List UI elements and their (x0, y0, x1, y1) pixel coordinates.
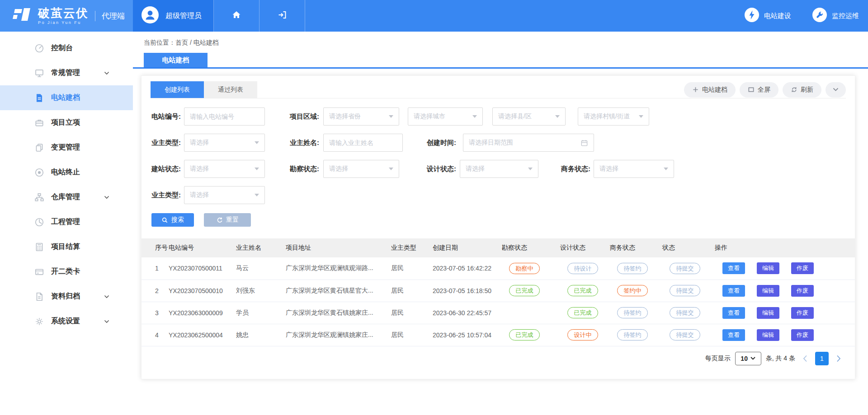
page-tab-station-archive[interactable]: 电站建档 (144, 53, 208, 67)
sidebar-item-type2-card[interactable]: 开二类卡 (0, 259, 133, 284)
owner-type-label: 业主类型: (151, 134, 181, 152)
page-number-current[interactable]: 1 (815, 352, 829, 365)
search-icon (161, 217, 168, 224)
tab-passed-list[interactable]: 通过列表 (204, 81, 257, 98)
prev-page-button[interactable] (800, 352, 811, 365)
card-icon (34, 267, 44, 277)
logo-area: 破茧云伏 Po Jian Yun Fu 代理端 (0, 0, 133, 32)
project-address: 广东深圳龙华区观澜镇姚家庄... (286, 324, 391, 346)
app-header: 破茧云伏 Po Jian Yun Fu 代理端 超级管理员 (0, 0, 868, 32)
owner-type-select[interactable]: 请选择 (184, 134, 265, 152)
user-menu[interactable]: 超级管理员 (133, 0, 214, 32)
caret-down-icon (255, 194, 259, 196)
nav-station-build[interactable]: 电站建设 (744, 7, 791, 24)
view-button[interactable]: 查看 (722, 307, 745, 319)
county-select[interactable]: 请选择县/区 (492, 107, 566, 126)
owner-type2-label: 业主类型: (151, 186, 181, 204)
province-select[interactable]: 请选择省份 (323, 107, 399, 126)
sidebar-item-data-archive[interactable]: 资料归档 (0, 284, 133, 309)
sidebar-item-station-terminate[interactable]: 电站终止 (0, 160, 133, 185)
reset-button[interactable]: 重置 (204, 213, 251, 227)
caret-down-icon (639, 115, 643, 118)
calendar-icon (580, 139, 588, 147)
app-subtitle: Po Jian Yun Fu (38, 20, 89, 25)
business-status-select[interactable]: 请选择 (594, 160, 674, 178)
edit-button[interactable]: 编辑 (757, 307, 779, 319)
void-button[interactable]: 作废 (791, 262, 814, 274)
view-button[interactable]: 查看 (722, 262, 745, 274)
logout-button[interactable] (259, 0, 305, 32)
chevron-down-icon (104, 196, 109, 199)
home-button[interactable] (214, 0, 259, 32)
filter-row-2: 业主类型: 请选择 业主姓名: 创建时间: 请选择日期范围 (142, 134, 846, 152)
lightning-icon (744, 7, 760, 24)
station-code-input[interactable] (184, 107, 265, 126)
project-address: 广东深圳龙华区黄石镇星官大... (286, 280, 391, 302)
view-button[interactable]: 查看 (722, 285, 745, 297)
owner-type: 居民 (391, 280, 433, 302)
sidebar-item-system-settings[interactable]: 系统设置 (0, 309, 133, 334)
collapse-toolbar-button[interactable] (826, 82, 846, 98)
document-icon (34, 93, 44, 103)
table-row: 2 YX2023070500010 刘强东 广东深圳龙华区黄石镇星官大... 居… (142, 280, 855, 302)
refresh-button[interactable]: 刷新 (783, 82, 821, 98)
sidebar-item-warehouse-mgmt[interactable]: 仓库管理 (0, 185, 133, 210)
business-status-badge: 待签约 (617, 263, 648, 274)
caret-down-icon (255, 141, 259, 144)
design-status-select[interactable]: 请选择 (460, 160, 538, 178)
survey-status-badge: 勘察中 (509, 263, 540, 274)
city-select[interactable]: 请选择城市 (408, 107, 483, 126)
owner-type2-select[interactable]: 请选择 (184, 186, 265, 204)
view-button[interactable]: 查看 (722, 329, 745, 341)
nav-monitor-ops[interactable]: 监控运维 (812, 7, 859, 24)
caret-down-icon (389, 168, 393, 170)
sidebar-item-general-mgmt[interactable]: 常规管理 (0, 61, 133, 85)
search-button[interactable]: 搜索 (151, 213, 194, 227)
date-range-picker[interactable]: 请选择日期范围 (463, 134, 594, 152)
sidebar-item-station-archive[interactable]: 电站建档 (0, 85, 133, 110)
pagination: 每页显示 10 条, 共 4 条 1 (142, 352, 844, 365)
chevron-down-icon (104, 71, 109, 75)
station-code: YX2023070500010 (169, 280, 236, 302)
owner-name-input[interactable] (323, 134, 403, 152)
survey-status-label: 勘察状态: (290, 160, 319, 178)
home-icon (231, 9, 242, 22)
design-status-badge: 已完成 (567, 307, 598, 318)
target-icon (34, 168, 44, 177)
col-address: 项目地址 (286, 238, 391, 257)
next-page-button[interactable] (833, 352, 844, 365)
caret-down-icon (389, 115, 393, 118)
edit-button[interactable]: 编辑 (757, 329, 779, 341)
void-button[interactable]: 作废 (791, 307, 814, 319)
col-design: 设计状态 (560, 238, 610, 257)
create-station-button[interactable]: 电站建档 (684, 82, 736, 98)
filter-buttons: 搜索 重置 (151, 213, 855, 227)
table-row: 3 YX2023063000009 学员 广东深圳龙华区黄石镇姚家庄... 居民… (142, 302, 855, 324)
breadcrumb-home-link[interactable]: 首页 (175, 39, 188, 46)
sidebar-item-engineering-mgmt[interactable]: 工程管理 (0, 210, 133, 234)
survey-status-select[interactable]: 请选择 (323, 160, 399, 178)
town-select[interactable]: 请选择村镇/街道 (578, 107, 649, 126)
sidebar: 控制台 常规管理 电站建档 项目立项 变更管理 电站终止 (0, 32, 133, 415)
chevron-left-icon (803, 355, 807, 362)
plus-icon (692, 86, 699, 93)
tab-create-list[interactable]: 创建列表 (151, 81, 204, 98)
edit-button[interactable]: 编辑 (757, 262, 779, 274)
page-size-select[interactable]: 10 (735, 352, 761, 365)
build-status-select[interactable]: 请选择 (184, 160, 265, 178)
station-code: YX2023062500004 (169, 324, 236, 346)
gauge-icon (34, 43, 44, 53)
sidebar-item-change-mgmt[interactable]: 变更管理 (0, 135, 133, 160)
nav-monitor-ops-label: 监控运维 (832, 12, 859, 20)
business-status-badge: 待签约 (617, 329, 648, 340)
fullscreen-button[interactable]: 全屏 (740, 82, 778, 98)
void-button[interactable]: 作废 (791, 329, 814, 341)
briefcase-icon (34, 118, 44, 128)
edit-button[interactable]: 编辑 (757, 285, 779, 297)
sidebar-item-project-initiation[interactable]: 项目立项 (0, 110, 133, 135)
sidebar-item-console[interactable]: 控制台 (0, 36, 133, 61)
status-badge: 待提交 (670, 329, 700, 340)
void-button[interactable]: 作废 (791, 285, 814, 297)
sidebar-item-project-settlement[interactable]: 项目结算 (0, 234, 133, 259)
chevron-down-icon (833, 88, 839, 92)
